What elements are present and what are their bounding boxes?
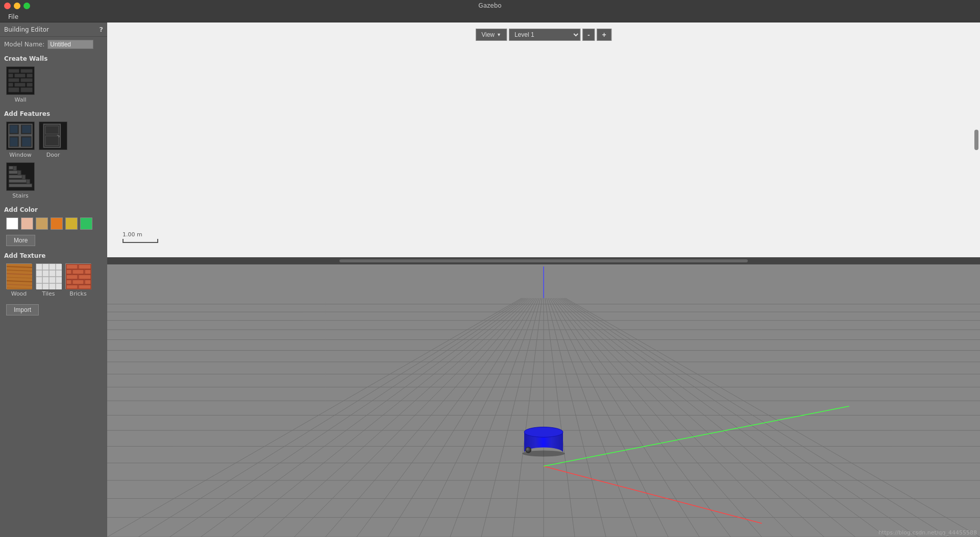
svg-rect-35 (13, 166, 16, 170)
texture-tiles[interactable]: Tiles (36, 263, 61, 297)
svg-rect-7 (20, 78, 33, 82)
window-label: Window (9, 152, 31, 158)
svg-rect-28 (9, 179, 28, 182)
wall-tool[interactable]: Wall (6, 66, 35, 103)
texture-wood[interactable]: Wood (6, 263, 32, 297)
svg-rect-61 (85, 280, 91, 284)
svg-rect-4 (14, 74, 26, 78)
view-button[interactable]: View ▼ (476, 29, 507, 41)
tiles-thumb (36, 263, 61, 289)
scale-label: 1.00 m (122, 231, 142, 238)
wood-label: Wood (11, 290, 27, 297)
svg-rect-27 (9, 184, 32, 187)
svg-rect-24 (45, 126, 59, 134)
bricks-label: Bricks (69, 290, 86, 297)
color-swatch-orange[interactable] (51, 217, 63, 230)
statusbar: https://blog.csdn.net/qq_44455588 (875, 528, 980, 537)
svg-rect-1 (8, 69, 19, 73)
add-features-grid: Window Doo (0, 119, 107, 162)
model-name-label: Model Name: (4, 41, 44, 48)
divider-bar (339, 259, 748, 262)
maximize-button[interactable] (23, 3, 30, 9)
divider-handle[interactable] (107, 257, 980, 264)
2d-view[interactable]: View ▼ Level 1 Level 2 - + 1.00 m (107, 22, 980, 257)
texture-grid: Wood Tiles (0, 261, 107, 301)
svg-rect-52 (66, 264, 78, 269)
3d-view[interactable]: https://blog.csdn.net/qq_44455588 (107, 264, 980, 537)
create-walls-grid: Wall (0, 64, 107, 107)
create-walls-header: Create Walls (0, 52, 107, 64)
door-tool[interactable]: Door (39, 121, 67, 158)
stairs-grid: Stairs (0, 162, 107, 203)
window-icon (6, 121, 35, 150)
wood-thumb (6, 263, 32, 289)
minimize-button[interactable] (14, 3, 20, 9)
scale-indicator: 1.00 m (122, 231, 158, 243)
import-button[interactable]: Import (6, 304, 39, 315)
level-minus-button[interactable]: - (582, 29, 595, 41)
svg-rect-3 (8, 74, 13, 78)
svg-rect-10 (27, 83, 33, 87)
color-swatch-white[interactable] (6, 217, 18, 230)
svg-rect-17 (10, 125, 17, 133)
stairs-tool[interactable]: Stairs (6, 162, 35, 199)
scale-bar (122, 239, 158, 243)
model-name-input[interactable] (47, 40, 93, 49)
window-tool[interactable]: Window (6, 121, 35, 158)
svg-rect-25 (45, 136, 59, 145)
bricks-thumb (65, 263, 91, 289)
stairs-label: Stairs (12, 192, 28, 199)
door-label: Door (46, 152, 60, 158)
more-button[interactable]: More (6, 235, 35, 246)
svg-rect-55 (72, 270, 84, 274)
wall-label: Wall (14, 96, 26, 103)
level-plus-button[interactable]: + (597, 29, 611, 41)
main-layout: Building Editor ? Model Name: Create Wal… (0, 22, 980, 537)
wall-icon (6, 66, 35, 95)
svg-rect-29 (9, 175, 23, 178)
menu-file[interactable]: File (3, 12, 23, 21)
svg-rect-34 (18, 170, 21, 175)
texture-bricks[interactable]: Bricks (65, 263, 91, 297)
color-swatch-peach[interactable] (21, 217, 33, 230)
level-select[interactable]: Level 1 Level 2 (509, 29, 580, 41)
svg-rect-56 (85, 270, 91, 274)
close-button[interactable] (4, 3, 11, 9)
content-area: View ▼ Level 1 Level 2 - + 1.00 m (107, 22, 980, 537)
svg-rect-57 (66, 275, 78, 279)
help-button[interactable]: ? (99, 26, 103, 33)
3d-canvas (107, 264, 980, 537)
door-icon (39, 121, 67, 150)
svg-rect-6 (8, 78, 19, 82)
svg-rect-2 (20, 69, 33, 73)
add-color-header: Add Color (0, 203, 107, 215)
sidebar-header: Building Editor ? (0, 22, 107, 37)
svg-rect-59 (66, 280, 71, 284)
svg-rect-62 (66, 285, 78, 289)
svg-rect-5 (27, 74, 33, 78)
window-controls (4, 3, 30, 9)
color-swatch-yellow[interactable] (65, 217, 78, 230)
svg-rect-12 (20, 87, 33, 92)
view-dropdown-arrow: ▼ (497, 32, 501, 37)
svg-rect-63 (79, 285, 91, 289)
color-swatch-tan[interactable] (36, 217, 48, 230)
view-btn-label: View (481, 31, 495, 38)
svg-rect-60 (72, 280, 84, 284)
color-swatch-green[interactable] (80, 217, 92, 230)
svg-rect-58 (79, 275, 91, 279)
add-features-header: Add Features (0, 107, 107, 119)
model-name-row: Model Name: (0, 37, 107, 52)
svg-rect-54 (66, 270, 71, 274)
add-texture-header: Add Texture (0, 249, 107, 261)
scroll-indicator[interactable] (974, 130, 978, 150)
view-toolbar: View ▼ Level 1 Level 2 - + (476, 29, 611, 41)
svg-rect-8 (8, 83, 13, 87)
svg-rect-9 (14, 83, 26, 87)
svg-rect-33 (22, 175, 25, 180)
titlebar: Gazebo (0, 0, 980, 11)
svg-rect-30 (9, 170, 18, 174)
svg-rect-32 (27, 179, 30, 184)
menubar: File (0, 11, 980, 22)
sidebar-title: Building Editor (4, 26, 49, 33)
